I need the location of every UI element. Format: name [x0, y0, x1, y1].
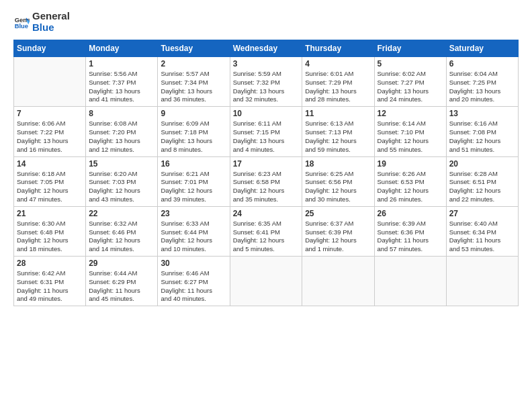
day-info: Sunrise: 6:30 AM Sunset: 6:48 PM Dayligh… — [17, 220, 83, 254]
day-number: 10 — [233, 109, 300, 118]
day-info: Sunrise: 6:32 AM Sunset: 6:46 PM Dayligh… — [89, 220, 154, 254]
calendar-cell: 12Sunrise: 6:14 AM Sunset: 7:10 PM Dayli… — [374, 107, 446, 156]
day-number: 4 — [305, 59, 371, 68]
day-number: 28 — [17, 259, 83, 268]
day-number: 18 — [305, 159, 371, 169]
day-number: 1 — [89, 59, 154, 68]
calendar-cell: 21Sunrise: 6:30 AM Sunset: 6:48 PM Dayli… — [14, 206, 86, 256]
weekday-header-thursday: Thursday — [302, 40, 374, 57]
header: General Blue General Blue — [13, 11, 519, 33]
calendar-cell: 23Sunrise: 6:33 AM Sunset: 6:44 PM Dayli… — [158, 206, 230, 256]
weekday-header-monday: Monday — [86, 40, 158, 57]
day-info: Sunrise: 6:37 AM Sunset: 6:39 PM Dayligh… — [305, 220, 371, 254]
logo-icon: General Blue — [13, 14, 30, 30]
day-number: 22 — [89, 209, 154, 218]
weekday-header-saturday: Saturday — [446, 40, 518, 57]
day-info: Sunrise: 5:56 AM Sunset: 7:37 PM Dayligh… — [89, 70, 154, 104]
calendar-cell: 17Sunrise: 6:23 AM Sunset: 6:58 PM Dayli… — [230, 156, 302, 206]
day-number: 29 — [89, 259, 154, 268]
day-number: 2 — [161, 59, 226, 68]
week-row-4: 21Sunrise: 6:30 AM Sunset: 6:48 PM Dayli… — [14, 206, 519, 256]
weekday-header-row: SundayMondayTuesdayWednesdayThursdayFrid… — [14, 40, 519, 57]
day-number: 6 — [449, 59, 515, 68]
day-number: 30 — [161, 259, 226, 268]
day-info: Sunrise: 6:40 AM Sunset: 6:34 PM Dayligh… — [449, 220, 515, 254]
day-info: Sunrise: 6:25 AM Sunset: 6:56 PM Dayligh… — [305, 170, 371, 204]
day-info: Sunrise: 6:44 AM Sunset: 6:29 PM Dayligh… — [89, 269, 154, 304]
day-number: 11 — [305, 109, 371, 118]
weekday-header-friday: Friday — [374, 40, 446, 57]
weekday-header-sunday: Sunday — [14, 40, 86, 57]
day-number: 15 — [89, 159, 154, 169]
calendar-cell: 13Sunrise: 6:16 AM Sunset: 7:08 PM Dayli… — [446, 107, 518, 156]
calendar-cell: 29Sunrise: 6:44 AM Sunset: 6:29 PM Dayli… — [86, 257, 158, 306]
logo-text: General Blue — [32, 11, 70, 33]
calendar-cell: 9Sunrise: 6:09 AM Sunset: 7:18 PM Daylig… — [158, 107, 230, 156]
calendar-cell: 26Sunrise: 6:39 AM Sunset: 6:36 PM Dayli… — [374, 206, 446, 256]
week-row-2: 7Sunrise: 6:06 AM Sunset: 7:22 PM Daylig… — [14, 107, 519, 156]
day-info: Sunrise: 6:01 AM Sunset: 7:29 PM Dayligh… — [305, 70, 371, 104]
day-number: 23 — [161, 209, 226, 218]
day-info: Sunrise: 6:23 AM Sunset: 6:58 PM Dayligh… — [233, 170, 300, 204]
day-number: 16 — [161, 159, 226, 169]
calendar-cell: 4Sunrise: 6:01 AM Sunset: 7:29 PM Daylig… — [302, 57, 374, 107]
day-number: 25 — [305, 209, 371, 218]
day-info: Sunrise: 6:16 AM Sunset: 7:08 PM Dayligh… — [449, 120, 515, 154]
day-info: Sunrise: 6:20 AM Sunset: 7:03 PM Dayligh… — [89, 170, 154, 204]
calendar-cell: 3Sunrise: 5:59 AM Sunset: 7:32 PM Daylig… — [230, 57, 302, 107]
calendar-cell: 22Sunrise: 6:32 AM Sunset: 6:46 PM Dayli… — [86, 206, 158, 256]
day-info: Sunrise: 5:59 AM Sunset: 7:32 PM Dayligh… — [233, 70, 300, 104]
day-number: 14 — [17, 159, 83, 169]
day-info: Sunrise: 6:04 AM Sunset: 7:25 PM Dayligh… — [449, 70, 515, 104]
calendar-cell: 10Sunrise: 6:11 AM Sunset: 7:15 PM Dayli… — [230, 107, 302, 156]
day-info: Sunrise: 6:02 AM Sunset: 7:27 PM Dayligh… — [378, 70, 443, 104]
calendar-cell — [14, 57, 86, 107]
day-number: 3 — [233, 59, 300, 68]
weekday-header-tuesday: Tuesday — [158, 40, 230, 57]
day-info: Sunrise: 6:21 AM Sunset: 7:01 PM Dayligh… — [161, 170, 226, 204]
page: General Blue General Blue SundayMondayTu… — [0, 0, 532, 411]
day-info: Sunrise: 6:26 AM Sunset: 6:53 PM Dayligh… — [378, 170, 443, 204]
calendar-cell: 5Sunrise: 6:02 AM Sunset: 7:27 PM Daylig… — [374, 57, 446, 107]
week-row-1: 1Sunrise: 5:56 AM Sunset: 7:37 PM Daylig… — [14, 57, 519, 107]
day-info: Sunrise: 6:13 AM Sunset: 7:13 PM Dayligh… — [305, 120, 371, 154]
calendar-cell: 20Sunrise: 6:28 AM Sunset: 6:51 PM Dayli… — [446, 156, 518, 206]
calendar-cell: 14Sunrise: 6:18 AM Sunset: 7:05 PM Dayli… — [14, 156, 86, 206]
day-info: Sunrise: 6:46 AM Sunset: 6:27 PM Dayligh… — [161, 269, 226, 304]
day-info: Sunrise: 6:14 AM Sunset: 7:10 PM Dayligh… — [378, 120, 443, 154]
calendar-cell — [230, 257, 302, 306]
day-number: 13 — [449, 109, 515, 118]
calendar: SundayMondayTuesdayWednesdayThursdayFrid… — [13, 40, 519, 306]
day-info: Sunrise: 6:33 AM Sunset: 6:44 PM Dayligh… — [161, 220, 226, 254]
calendar-cell: 8Sunrise: 6:08 AM Sunset: 7:20 PM Daylig… — [86, 107, 158, 156]
day-number: 20 — [449, 159, 515, 169]
calendar-cell: 16Sunrise: 6:21 AM Sunset: 7:01 PM Dayli… — [158, 156, 230, 206]
day-number: 12 — [378, 109, 443, 118]
calendar-cell: 28Sunrise: 6:42 AM Sunset: 6:31 PM Dayli… — [14, 257, 86, 306]
day-info: Sunrise: 6:06 AM Sunset: 7:22 PM Dayligh… — [17, 120, 83, 154]
week-row-5: 28Sunrise: 6:42 AM Sunset: 6:31 PM Dayli… — [14, 257, 519, 306]
svg-text:Blue: Blue — [15, 22, 28, 30]
day-number: 8 — [89, 109, 154, 118]
calendar-cell: 24Sunrise: 6:35 AM Sunset: 6:41 PM Dayli… — [230, 206, 302, 256]
day-number: 17 — [233, 159, 300, 169]
calendar-cell — [302, 257, 374, 306]
calendar-cell: 18Sunrise: 6:25 AM Sunset: 6:56 PM Dayli… — [302, 156, 374, 206]
calendar-cell: 15Sunrise: 6:20 AM Sunset: 7:03 PM Dayli… — [86, 156, 158, 206]
calendar-cell: 11Sunrise: 6:13 AM Sunset: 7:13 PM Dayli… — [302, 107, 374, 156]
day-number: 24 — [233, 209, 300, 218]
day-info: Sunrise: 6:28 AM Sunset: 6:51 PM Dayligh… — [449, 170, 515, 204]
day-number: 27 — [449, 209, 515, 218]
day-info: Sunrise: 6:18 AM Sunset: 7:05 PM Dayligh… — [17, 170, 83, 204]
calendar-cell: 2Sunrise: 5:57 AM Sunset: 7:34 PM Daylig… — [158, 57, 230, 107]
calendar-cell: 1Sunrise: 5:56 AM Sunset: 7:37 PM Daylig… — [86, 57, 158, 107]
calendar-cell: 19Sunrise: 6:26 AM Sunset: 6:53 PM Dayli… — [374, 156, 446, 206]
calendar-cell — [374, 257, 446, 306]
calendar-cell: 7Sunrise: 6:06 AM Sunset: 7:22 PM Daylig… — [14, 107, 86, 156]
calendar-cell: 27Sunrise: 6:40 AM Sunset: 6:34 PM Dayli… — [446, 206, 518, 256]
calendar-cell: 30Sunrise: 6:46 AM Sunset: 6:27 PM Dayli… — [158, 257, 230, 306]
day-info: Sunrise: 6:11 AM Sunset: 7:15 PM Dayligh… — [233, 120, 300, 154]
day-number: 5 — [378, 59, 443, 68]
day-number: 21 — [17, 209, 83, 218]
weekday-header-wednesday: Wednesday — [230, 40, 302, 57]
